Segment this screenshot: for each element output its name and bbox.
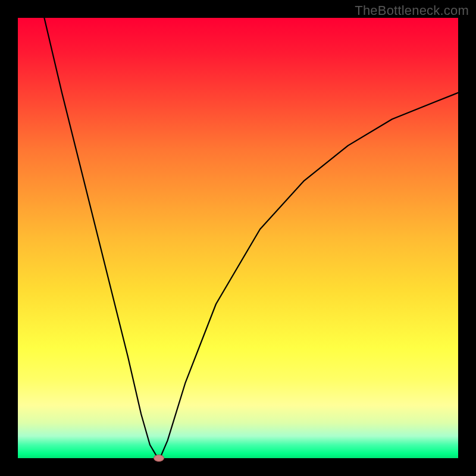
plot-area (18, 18, 458, 458)
bottleneck-curve (18, 18, 458, 458)
watermark-text: TheBottleneck.com (355, 3, 469, 18)
chart-container: TheBottleneck.com (0, 0, 476, 476)
minimum-marker (154, 455, 164, 462)
